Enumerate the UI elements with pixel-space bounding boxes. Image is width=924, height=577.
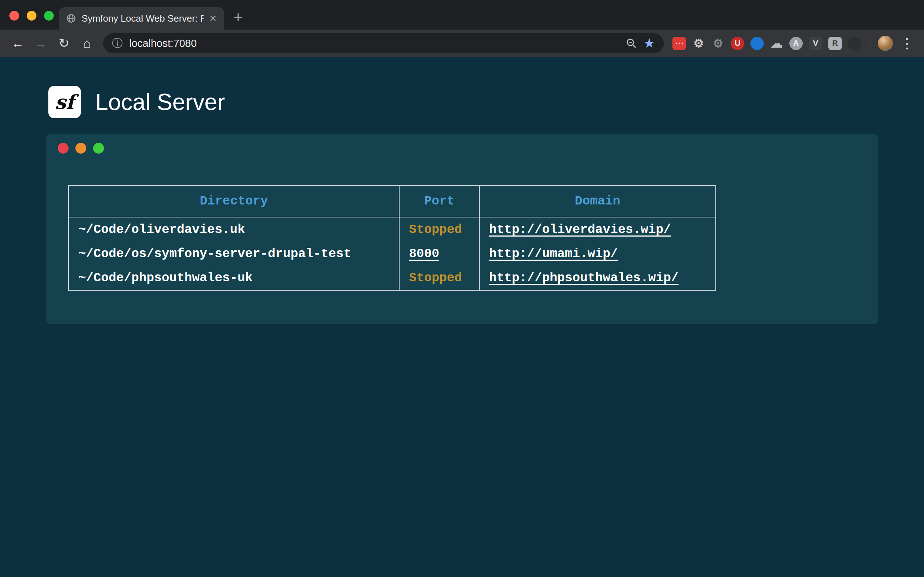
symfony-logo-icon: sf [48, 86, 81, 118]
back-icon[interactable]: ← [7, 33, 28, 54]
panel-red-dot [58, 143, 69, 154]
domain-cell: http://umami.wip/ [479, 242, 716, 266]
browser-menu-icon[interactable]: ⋮ [900, 36, 914, 50]
port-column-header: Port [399, 185, 479, 217]
browser-toolbar: ← → ↻ ⌂ ⓘ localhost:7080 ★ ⋯ ⚙ ⚙ U ☁ A V… [0, 29, 924, 57]
toolbar-divider [871, 36, 871, 50]
directory-cell: ~/Code/os/symfony-server-drupal-test [69, 242, 399, 266]
new-tab-button[interactable]: + [234, 10, 243, 25]
page-title: Local Server [95, 89, 225, 115]
reload-icon[interactable]: ↻ [53, 33, 74, 54]
address-bar[interactable]: ⓘ localhost:7080 ★ [103, 33, 664, 53]
window-controls [10, 11, 54, 21]
domain-link[interactable]: http://phpsouthwales.wip/ [489, 271, 678, 285]
table-row: ~/Code/phpsouthwales-uk Stopped http://p… [69, 266, 716, 290]
letter-v-extension-icon[interactable]: V [809, 37, 822, 50]
extensions-row: ⋯ ⚙ ⚙ U ☁ A V R [672, 37, 861, 50]
port-cell: Stopped [399, 217, 479, 242]
octocat-extension-icon[interactable] [848, 37, 861, 50]
profile-avatar[interactable] [878, 36, 893, 51]
domain-cell: http://phpsouthwales.wip/ [479, 266, 716, 290]
status-stopped: Stopped [409, 271, 462, 285]
directory-cell: ~/Code/oliverdavies.uk [69, 217, 399, 242]
site-info-icon[interactable]: ⓘ [112, 36, 123, 51]
cloud-extension-icon[interactable]: ☁ [770, 37, 783, 50]
letter-a-extension-icon[interactable]: A [789, 37, 803, 50]
gray-extension-icon[interactable]: R [828, 37, 842, 50]
servers-table: Directory Port Domain ~/Code/oliverdavie… [68, 185, 716, 291]
window-minimize-button[interactable] [27, 11, 36, 21]
domain-cell: http://oliverdavies.wip/ [479, 217, 716, 242]
tab-title: Symfony Local Web Server: Prox [82, 13, 204, 24]
table-row: ~/Code/oliverdavies.uk Stopped http://ol… [69, 217, 716, 242]
server-panel: Directory Port Domain ~/Code/oliverdavie… [46, 134, 878, 324]
gear-light-extension-icon[interactable]: ⚙ [692, 37, 705, 50]
tab-close-icon[interactable]: ✕ [209, 13, 217, 24]
brand-row: sf Local Server [48, 86, 924, 118]
ublock-extension-icon[interactable]: U [731, 37, 744, 50]
panel-orange-dot [76, 143, 86, 154]
table-header-row: Directory Port Domain [69, 185, 716, 217]
forward-icon[interactable]: → [30, 33, 51, 54]
directory-column-header: Directory [69, 185, 399, 217]
symfony-logo-text: sf [55, 90, 74, 114]
port-cell: 8000 [399, 242, 479, 266]
globe-favicon-icon [66, 13, 76, 23]
panel-green-dot [93, 143, 104, 154]
directory-cell: ~/Code/phpsouthwales-uk [69, 266, 399, 290]
zoom-icon[interactable] [625, 37, 637, 49]
bookmark-star-icon[interactable]: ★ [643, 37, 655, 50]
page-content: sf Local Server Directory Port Domain ~/… [0, 57, 924, 577]
window-close-button[interactable] [10, 11, 19, 21]
url-text[interactable]: localhost:7080 [129, 37, 619, 49]
domain-link[interactable]: http://oliverdavies.wip/ [489, 222, 671, 237]
blue-circle-extension-icon[interactable] [750, 37, 764, 50]
home-icon[interactable]: ⌂ [76, 33, 97, 54]
gear-dark-extension-icon[interactable]: ⚙ [711, 37, 725, 50]
browser-tab[interactable]: Symfony Local Web Server: Prox ✕ [59, 7, 224, 29]
red-dots-extension-icon[interactable]: ⋯ [672, 37, 686, 50]
domain-column-header: Domain [479, 185, 716, 217]
status-stopped: Stopped [409, 222, 462, 237]
domain-link[interactable]: http://umami.wip/ [489, 247, 618, 261]
panel-window-dots [58, 143, 104, 154]
window-zoom-button[interactable] [44, 11, 54, 21]
table-row: ~/Code/os/symfony-server-drupal-test 800… [69, 242, 716, 266]
port-cell: Stopped [399, 266, 479, 290]
port-link[interactable]: 8000 [409, 247, 439, 261]
tab-strip: Symfony Local Web Server: Prox ✕ + [0, 0, 924, 29]
